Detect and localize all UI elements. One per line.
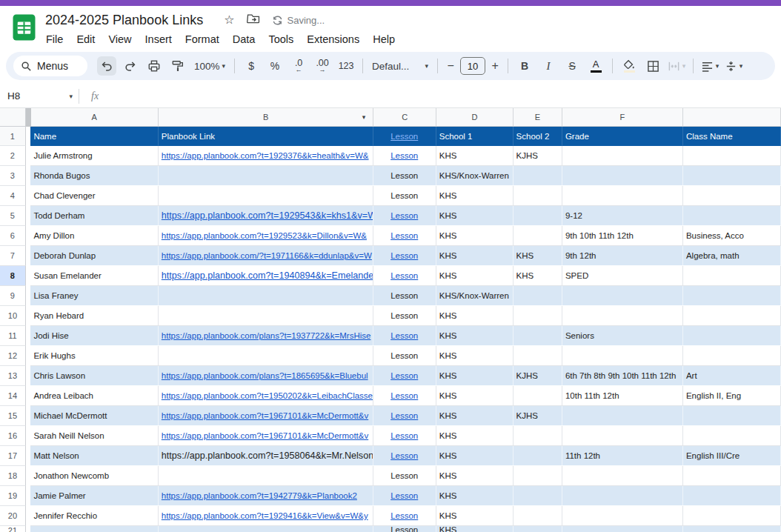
cell-name[interactable]: Rhonda Bugos: [30, 166, 158, 186]
cell-class-name[interactable]: English III/Cre: [683, 446, 781, 466]
cell-school2[interactable]: [514, 306, 562, 326]
planbook-url-link[interactable]: https://app.planbook.com?t=1929376&k=hea…: [162, 151, 369, 160]
cell-name[interactable]: Susan Emelander: [30, 266, 158, 286]
cell-school1[interactable]: KHS: [436, 526, 514, 532]
cell-grade[interactable]: [562, 486, 683, 506]
cell-grade[interactable]: 9th 10th 11th 12th: [562, 226, 683, 246]
cell-grade[interactable]: SPED: [562, 266, 683, 286]
cell-name[interactable]: Jennifer Recchio: [30, 506, 158, 526]
cell-school2[interactable]: [514, 226, 562, 246]
row-header-9[interactable]: 9: [0, 286, 26, 306]
cell-name[interactable]: Sarah Neill Nelson: [30, 426, 158, 446]
cell-lesson[interactable]: Lesson: [373, 426, 436, 446]
chevron-down-icon[interactable]: ▾: [362, 113, 366, 121]
row-header-2[interactable]: 2: [0, 146, 26, 166]
text-color-button[interactable]: A: [586, 56, 605, 76]
cell-school1[interactable]: KHS: [436, 446, 514, 466]
cell-grade[interactable]: [562, 466, 683, 486]
cell-class-name[interactable]: Algebra, math: [683, 246, 781, 266]
cell-school1[interactable]: KHS: [436, 266, 514, 286]
cell-school1[interactable]: KHS: [436, 326, 514, 346]
cell-name[interactable]: Jonathon Newcomb: [30, 466, 158, 486]
document-title[interactable]: 2024-2025 Planbook Links: [45, 13, 203, 28]
cell-name[interactable]: Chad Clevenger: [30, 186, 158, 206]
header-grade[interactable]: Grade: [562, 127, 683, 146]
cell-grade[interactable]: [562, 186, 683, 206]
menu-help[interactable]: Help: [366, 32, 402, 47]
merge-cells-button[interactable]: ▾: [667, 56, 686, 76]
cell-school1[interactable]: KHS: [436, 146, 514, 166]
cell-class-name[interactable]: [683, 186, 781, 206]
decrease-font-size-button[interactable]: −: [442, 59, 459, 73]
cell-planbook-link[interactable]: https://app.planbook.com/plans?t=1937722…: [159, 326, 373, 346]
fill-color-button[interactable]: [619, 56, 639, 76]
cell-class-name[interactable]: [683, 426, 781, 446]
cell-planbook-link[interactable]: [159, 466, 373, 486]
cell-name[interactable]: Michael McDermott: [30, 406, 158, 426]
decrease-decimal-button[interactable]: .0←: [289, 56, 308, 76]
cell-school2[interactable]: [514, 426, 562, 446]
lesson-link[interactable]: Lesson: [390, 451, 418, 460]
cell-grade[interactable]: Seniors: [562, 326, 683, 346]
header-school2[interactable]: School 2: [514, 127, 562, 146]
planbook-url-link[interactable]: https://app.planbook.com?t=1929543&k=khs…: [162, 210, 373, 221]
menu-format[interactable]: Format: [179, 32, 226, 47]
lesson-link[interactable]: Lesson: [390, 211, 418, 220]
cell-school2[interactable]: [514, 286, 562, 306]
zoom-selector[interactable]: 100%▾: [190, 61, 230, 72]
cell-name[interactable]: Amy Dillon: [30, 226, 158, 246]
search-menus-button[interactable]: Menus: [13, 56, 87, 76]
cell-grade[interactable]: 10th 11th 12th: [562, 386, 683, 406]
planbook-url-link[interactable]: https://app.planbook.com?t=1929523&k=Dil…: [162, 231, 367, 240]
cell-school1[interactable]: KHS: [436, 306, 514, 326]
menu-view[interactable]: View: [102, 32, 138, 47]
cell-class-name[interactable]: [683, 346, 781, 366]
cell-class-name[interactable]: Art: [683, 366, 781, 386]
cell-class-name[interactable]: [683, 466, 781, 486]
italic-button[interactable]: I: [539, 56, 558, 76]
cell-school1[interactable]: KHS: [436, 406, 514, 426]
cell-grade[interactable]: [562, 166, 683, 186]
cell-grade[interactable]: [562, 306, 683, 326]
cell-lesson[interactable]: Lesson: [373, 486, 436, 506]
row-header-13[interactable]: 13: [0, 366, 26, 386]
cell-school2[interactable]: [514, 166, 562, 186]
cell-class-name[interactable]: [683, 506, 781, 526]
cell-name[interactable]: Jodi Hise: [30, 326, 158, 346]
lesson-link[interactable]: Lesson: [390, 431, 418, 440]
row-header-20[interactable]: 20: [0, 506, 26, 526]
cell-name[interactable]: Lisa Franey: [30, 286, 158, 306]
format-percent-button[interactable]: %: [265, 56, 285, 76]
cell-grade[interactable]: 11th 12th: [562, 446, 683, 466]
cell-school2[interactable]: [514, 486, 562, 506]
cell-lesson[interactable]: Lesson: [373, 286, 436, 306]
row-header-17[interactable]: 17: [0, 446, 26, 466]
cell-planbook-link[interactable]: https://app.planbook.com?t=1942779&k=Pla…: [159, 486, 373, 506]
row-header-21[interactable]: 21: [0, 526, 26, 532]
cell-lesson[interactable]: Lesson: [373, 386, 436, 406]
cell-lesson[interactable]: Lesson: [373, 246, 436, 266]
cell-school2[interactable]: [514, 526, 562, 532]
menu-edit[interactable]: Edit: [70, 32, 102, 47]
cell-grade[interactable]: [562, 406, 683, 426]
cell-lesson[interactable]: Lesson: [373, 506, 436, 526]
lesson-link[interactable]: Lesson: [390, 511, 418, 520]
cell-lesson[interactable]: Lesson: [373, 186, 436, 206]
cell-planbook-link[interactable]: [159, 166, 373, 186]
cell-school1[interactable]: KHS: [436, 206, 514, 226]
move-folder-icon[interactable]: [247, 13, 260, 27]
header-lesson[interactable]: Lesson: [373, 127, 436, 146]
cell-class-name[interactable]: [683, 266, 781, 286]
column-header-D[interactable]: D: [436, 108, 514, 127]
cell-planbook-link[interactable]: https://app.planbook.com?t=1950202&k=Lei…: [159, 386, 373, 406]
header-school1[interactable]: School 1: [436, 127, 514, 146]
lesson-link[interactable]: Lesson: [390, 391, 418, 400]
cell-name[interactable]: Chris Lawson: [30, 366, 158, 386]
cell-lesson[interactable]: Lesson: [373, 346, 436, 366]
vertical-align-button[interactable]: ▾: [724, 56, 743, 76]
cell-grade[interactable]: 9th 12th: [562, 246, 683, 266]
planbook-url-link[interactable]: https://app.planbook.com/plans?t=1937722…: [162, 331, 371, 340]
row-header-10[interactable]: 10: [0, 306, 26, 326]
row-header-1[interactable]: 1: [0, 127, 26, 146]
increase-decimal-button[interactable]: .00→: [313, 56, 332, 76]
